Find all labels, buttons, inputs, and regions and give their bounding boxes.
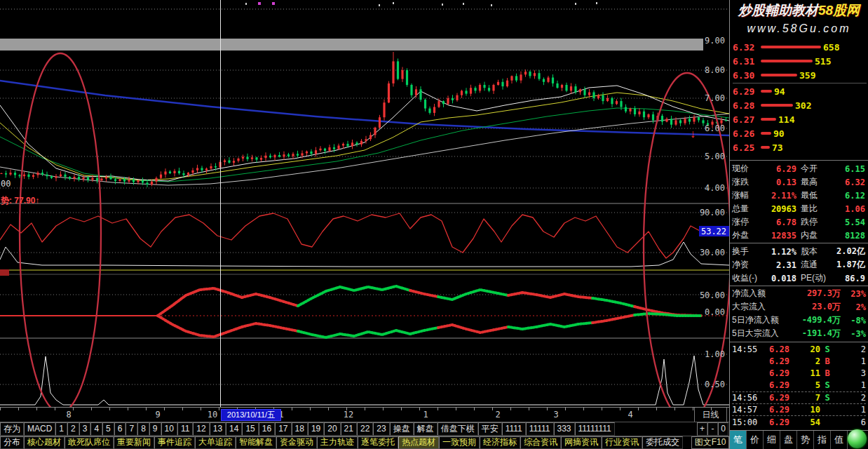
tick-row[interactable]: 6.2911B3 xyxy=(732,368,866,380)
indicator-button[interactable]: 操盘 xyxy=(390,422,414,436)
info-tab-button[interactable]: 网摘资讯 xyxy=(561,436,602,449)
order-book-row[interactable]: 6.2994 xyxy=(733,84,867,98)
info-tab-button[interactable]: 重要新闻 xyxy=(114,436,154,449)
volume-bar xyxy=(761,90,772,93)
indicator-button[interactable]: MACD xyxy=(24,422,55,436)
order-book-row[interactable]: 6.27114 xyxy=(733,112,867,126)
indicator-button[interactable]: 7 xyxy=(126,422,137,436)
info-tab-button[interactable]: 敢死队席位 xyxy=(65,436,114,449)
indicator-button[interactable]: 12 xyxy=(193,422,209,436)
order-book-row[interactable]: 6.31515 xyxy=(733,54,867,68)
info-tab-button[interactable]: 行业资讯 xyxy=(602,436,642,449)
info-tab-button[interactable]: 资金驱动 xyxy=(276,436,317,449)
indicator-button[interactable]: 11 xyxy=(177,422,193,436)
indicator-button[interactable]: 20 xyxy=(324,422,340,436)
indicator-button[interactable]: 3 xyxy=(79,422,91,436)
candle-body xyxy=(543,79,545,82)
panel-tab-1[interactable]: 笔 xyxy=(730,431,747,449)
period-button[interactable]: 日线 xyxy=(694,408,727,422)
indicator-button[interactable]: 22 xyxy=(357,422,373,436)
indicator-button[interactable]: 19 xyxy=(308,422,324,436)
order-book-row[interactable]: 6.30359 xyxy=(733,68,867,82)
tick-row[interactable]: 14:566.297S2 xyxy=(732,392,866,404)
order-book-row[interactable]: 6.2690 xyxy=(733,126,867,140)
indicator-button[interactable]: 17 xyxy=(275,422,291,436)
fund-flow-cell: -8% xyxy=(841,316,866,326)
stat-label: 最低 xyxy=(801,189,818,201)
panel-tab-4[interactable]: 盘 xyxy=(780,431,797,449)
scale-label: 50.00 xyxy=(700,290,725,300)
tick-row[interactable]: 15:006.29546 xyxy=(732,416,866,428)
info-tab-button[interactable]: 综合资讯 xyxy=(520,436,561,449)
candle-body xyxy=(570,86,572,91)
zoom-button[interactable]: + xyxy=(697,422,707,436)
info-tab-button[interactable]: 一致预期 xyxy=(439,436,480,449)
indicator-button[interactable]: 21 xyxy=(341,422,357,436)
info-tab-button[interactable]: 核心题材 xyxy=(24,436,65,449)
indicator-button[interactable]: 借盘下棋 xyxy=(438,422,478,436)
order-book-row[interactable]: 6.28302 xyxy=(733,98,867,112)
tick-row[interactable]: 6.292B1 xyxy=(732,355,866,367)
indicator-button[interactable]: 4 xyxy=(90,422,102,436)
indicator-button[interactable]: 6 xyxy=(114,422,126,436)
candle-body xyxy=(5,173,7,175)
indicator-button[interactable]: 9 xyxy=(149,422,161,436)
info-tab-button[interactable]: 分布 xyxy=(0,436,24,449)
indicator-button[interactable]: 15 xyxy=(242,422,258,436)
indicator-button[interactable]: 14 xyxy=(226,422,242,436)
candle-body xyxy=(447,98,449,104)
indicator-button[interactable]: 解盘 xyxy=(414,422,438,436)
candle-body xyxy=(32,175,34,177)
order-book-row[interactable]: 6.32658 xyxy=(733,40,867,54)
candle-body xyxy=(693,117,695,121)
stat-value: 1.87亿 xyxy=(818,259,866,271)
info-tab-button[interactable]: 委托成交 xyxy=(642,436,683,449)
tick-row[interactable]: 6.295S1 xyxy=(732,380,866,391)
candle-body xyxy=(379,117,381,128)
info-tab-button[interactable]: 主力轨迹 xyxy=(317,436,358,449)
f10-graphic-text-button[interactable]: 图文F10 xyxy=(691,436,729,449)
indicator-button[interactable]: 1111 xyxy=(502,422,526,436)
info-tab-button[interactable]: 经济指标 xyxy=(480,436,520,449)
zoom-button[interactable]: 0 xyxy=(718,422,728,436)
info-tab-button[interactable]: 智能解盘 xyxy=(236,436,276,449)
indicator-button[interactable]: 1 xyxy=(55,422,67,436)
indicator-button[interactable]: 11111111 xyxy=(575,422,615,436)
candle-body xyxy=(137,180,139,182)
indicator-button[interactable]: 18 xyxy=(292,422,308,436)
candle-body xyxy=(652,114,654,120)
indicator-button[interactable]: 11111 xyxy=(526,422,554,436)
tick-row[interactable]: 14:556.2820S2 xyxy=(732,343,866,355)
info-tab-button[interactable]: 逐笔委托 xyxy=(358,436,398,449)
tick-cell: 6.29 xyxy=(760,356,789,366)
indicator-button[interactable]: 13 xyxy=(210,422,226,436)
tick-row[interactable]: 14:576.29101 xyxy=(732,404,866,416)
indicator-button[interactable]: 5 xyxy=(102,422,114,436)
candle-body xyxy=(401,70,403,79)
indicator-button[interactable]: 存为 xyxy=(0,422,24,436)
panel-tab-7[interactable]: 值 xyxy=(831,431,848,449)
candle-body xyxy=(142,180,144,182)
indicator-button[interactable]: 2 xyxy=(67,422,79,436)
info-tab-button[interactable]: 大单追踪 xyxy=(195,436,236,449)
axis-month-label: 1 xyxy=(423,410,428,420)
tick-trade-list[interactable]: 14:556.2820S26.292B16.2911B36.295S114:56… xyxy=(732,343,866,429)
indicator-button[interactable]: 16 xyxy=(259,422,275,436)
panel-tab-5[interactable]: 势 xyxy=(797,431,814,449)
indicator-button[interactable]: 平安 xyxy=(478,422,502,436)
info-tab-button[interactable]: 热点题材 xyxy=(398,436,439,449)
panel-tab-6[interactable]: 指 xyxy=(814,431,831,449)
axis-month-label: 3 xyxy=(553,410,558,420)
zoom-button[interactable]: - xyxy=(707,422,718,436)
indicator-button[interactable]: 333 xyxy=(554,422,575,436)
indicator-button[interactable]: 10 xyxy=(161,422,177,436)
candle-body xyxy=(616,101,618,104)
order-book-row[interactable]: 6.2573 xyxy=(733,140,867,154)
indicator-button[interactable]: 8 xyxy=(137,422,149,436)
info-tab-button[interactable]: 事件追踪 xyxy=(154,436,195,449)
candle-body xyxy=(82,177,84,180)
indicator-button[interactable]: 23 xyxy=(373,422,389,436)
panel-tab-3[interactable]: 细 xyxy=(764,431,780,449)
panel-tab-2[interactable]: 价 xyxy=(747,431,764,449)
chart-canvas[interactable]: ↓9.008.007.006.005.004.0090.0030.0050.00… xyxy=(0,0,729,407)
